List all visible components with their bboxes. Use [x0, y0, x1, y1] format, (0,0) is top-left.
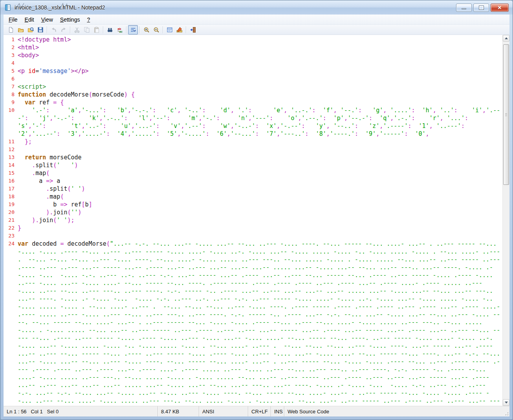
code-text — [15, 232, 502, 240]
code-line[interactable]: 8function decodeMorse(morseCode) { — [4, 91, 502, 99]
code-text: '.-': 'a','-...': 'b','-.-.': 'c', '-..'… — [15, 106, 502, 138]
code-line[interactable]: 20 ).join('') — [4, 208, 502, 216]
find-button[interactable] — [105, 25, 115, 35]
code-line[interactable]: 19 b => ref[b] — [4, 201, 502, 208]
browse-files-icon — [27, 27, 34, 33]
view-schemes-button[interactable] — [165, 25, 174, 35]
line-number: 5 — [4, 67, 15, 75]
code-line[interactable]: 18 .map( — [4, 193, 502, 201]
toolbar-separator — [186, 26, 186, 33]
code-line[interactable]: 7<script> — [4, 83, 502, 91]
code-line[interactable]: 24var decoded = decodeMorse("...-- -.-. … — [4, 240, 502, 406]
client-area: FileEditViewSettings? abac 1<!doctype ht… — [4, 15, 509, 416]
line-number: 13 — [4, 153, 15, 161]
status-line-endings[interactable]: CR+LF — [248, 406, 271, 416]
toolbar-separator — [163, 26, 163, 33]
cut-icon — [74, 27, 80, 33]
browse-files-button[interactable] — [26, 25, 35, 35]
status-file-size: 8.47 KB — [158, 406, 199, 416]
menu-view[interactable]: View — [38, 15, 57, 24]
status-syntax-scheme[interactable]: Web Source Code — [284, 406, 502, 416]
line-number: 20 — [4, 208, 15, 216]
menu-bar: FileEditViewSettings? — [4, 15, 509, 25]
find-icon — [107, 27, 113, 33]
save-file-button[interactable] — [35, 25, 45, 35]
undo-button[interactable] — [49, 25, 59, 35]
view-schemes-icon — [167, 27, 173, 33]
line-number: 4 — [4, 59, 15, 67]
code-line[interactable]: 16 a => a — [4, 177, 502, 185]
open-file-icon — [18, 27, 24, 33]
zoom-in-icon — [143, 27, 150, 33]
minimize-button[interactable] — [456, 4, 472, 12]
code-text: }; — [15, 138, 502, 146]
vertical-scrollbar[interactable] — [502, 35, 509, 406]
code-line[interactable]: 2<html> — [4, 44, 502, 51]
toolbar-separator — [126, 26, 126, 33]
code-line[interactable]: 17 .split(' ') — [4, 185, 502, 193]
code-line[interactable]: 13 return morseCode — [4, 153, 502, 161]
customize-schemes-icon — [176, 27, 183, 33]
paste-button[interactable] — [92, 25, 101, 35]
code-line[interactable]: 23 — [4, 232, 502, 240]
close-button[interactable]: ✕ — [491, 4, 509, 12]
redo-button[interactable] — [59, 25, 68, 35]
code-line[interactable]: 5<p id='message'></p> — [4, 67, 502, 75]
customize-schemes-button[interactable] — [174, 25, 184, 35]
line-number: 24 — [4, 240, 15, 248]
resize-grip-icon[interactable] — [502, 406, 509, 416]
menu-file[interactable]: File — [5, 15, 21, 24]
code-line[interactable]: 1<!doctype html> — [4, 36, 502, 44]
notepad2-app-icon — [4, 4, 11, 11]
code-line[interactable]: 10 '.-': 'a','-...': 'b','-.-.': 'c', '-… — [4, 106, 502, 138]
code-text: return morseCode — [15, 153, 502, 161]
scroll-up-icon — [505, 37, 508, 39]
maximize-button[interactable] — [473, 4, 489, 12]
scroll-down-button[interactable] — [503, 399, 509, 406]
menu-help[interactable]: ? — [83, 15, 93, 24]
line-number: 17 — [4, 185, 15, 193]
copy-button[interactable] — [82, 25, 92, 35]
status-insert-mode[interactable]: INS — [271, 406, 284, 416]
code-line[interactable]: 22} — [4, 224, 502, 232]
scrollbar-thumb[interactable] — [503, 44, 509, 185]
status-cursor-position[interactable]: Ln 1 : 56 Col 1 Sel 0 — [4, 406, 158, 416]
title-bar[interactable]: invoice_1308._xslx.hTML - Notepad2 ✕ — [0, 0, 513, 15]
code-line[interactable]: 14 .split(' ') — [4, 161, 502, 169]
exit-icon — [190, 27, 196, 33]
code-text: } — [15, 224, 502, 232]
code-line[interactable]: 11 }; — [4, 138, 502, 146]
code-line[interactable]: 21 ).join(' '); — [4, 216, 502, 224]
code-line[interactable]: 4 — [4, 59, 502, 67]
text-editor[interactable]: 1<!doctype html>2<html>3<body>45<p id='m… — [4, 35, 502, 406]
code-text: var decoded = decodeMorse("...-- -.-. --… — [15, 240, 502, 406]
line-number: 21 — [4, 216, 15, 224]
code-text: .split(' ') — [15, 161, 502, 169]
word-wrap-button[interactable] — [128, 25, 138, 35]
maximize-icon — [479, 6, 484, 9]
zoom-out-button[interactable] — [151, 25, 161, 35]
code-line[interactable]: 12 — [4, 146, 502, 153]
line-number: 7 — [4, 83, 15, 91]
replace-button[interactable]: abac — [115, 25, 125, 35]
line-number: 18 — [4, 193, 15, 201]
notepad2-window: invoice_1308._xslx.hTML - Notepad2 ✕ Fil… — [0, 0, 513, 420]
code-line[interactable]: 9 var ref = { — [4, 99, 502, 106]
copy-icon — [84, 27, 90, 33]
code-text: a => a — [15, 177, 502, 185]
new-file-icon — [8, 27, 14, 33]
code-text: .split(' ') — [15, 185, 502, 193]
code-line[interactable]: 6 — [4, 75, 502, 83]
zoom-in-button[interactable] — [141, 25, 151, 35]
code-line[interactable]: 3<body> — [4, 51, 502, 59]
menu-edit[interactable]: Edit — [21, 15, 38, 24]
cut-button[interactable] — [72, 25, 82, 35]
open-file-button[interactable] — [16, 25, 26, 35]
code-text: .map( — [15, 169, 502, 177]
code-line[interactable]: 15 .map( — [4, 169, 502, 177]
menu-settings[interactable]: Settings — [57, 15, 84, 24]
status-encoding[interactable]: ANSI — [199, 406, 248, 416]
new-file-button[interactable] — [6, 25, 16, 35]
exit-button[interactable] — [188, 25, 198, 35]
scroll-up-button[interactable] — [503, 35, 509, 42]
